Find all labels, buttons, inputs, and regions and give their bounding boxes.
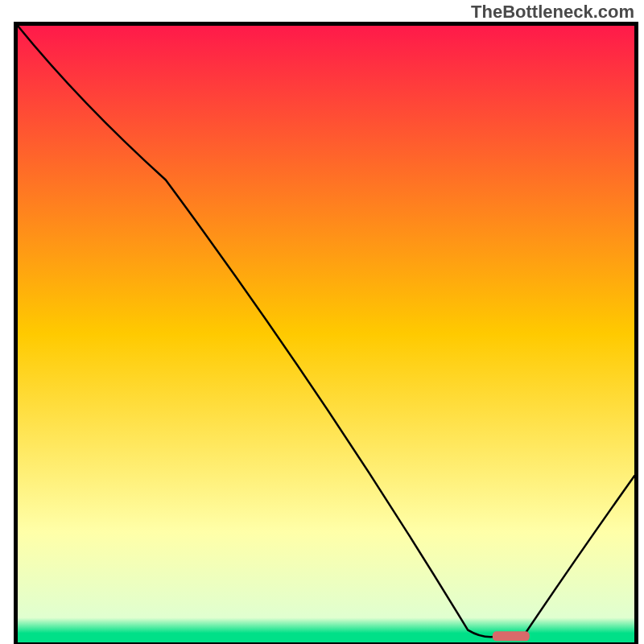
plot-background — [18, 26, 634, 642]
bottleneck-chart — [14, 22, 638, 644]
optimal-range-marker — [493, 631, 530, 641]
attribution-text: TheBottleneck.com — [471, 2, 634, 23]
